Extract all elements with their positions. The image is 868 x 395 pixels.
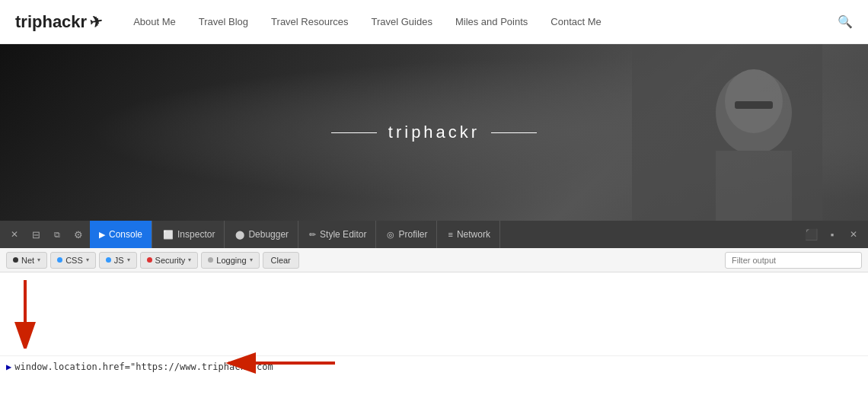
site-header: triphackr ✈ About Me Travel Blog Travel … — [0, 0, 868, 44]
tab-network-label: Network — [457, 229, 490, 240]
logo-text: triphackr — [15, 12, 87, 32]
js-chevron-icon: ▾ — [127, 256, 130, 263]
dock-bottom-icon[interactable]: ⬛ — [801, 225, 821, 244]
tab-style-editor[interactable]: ✏ Style Editor — [300, 221, 376, 248]
settings-icon[interactable]: ⚙ — [69, 225, 88, 244]
clear-button[interactable]: Clear — [263, 252, 299, 269]
logging-dot — [208, 257, 213, 263]
filter-css-button[interactable]: CSS ▾ — [50, 252, 96, 269]
hero-section: triphackr — [0, 44, 868, 221]
inspector-tab-icon: ⬜ — [163, 230, 174, 240]
console-command-line: ▶ window.location.href="https://www.trip… — [0, 355, 868, 377]
popout-icon[interactable]: ⧉ — [47, 225, 67, 244]
tab-network[interactable]: ≡ Network — [439, 221, 499, 248]
svg-rect-2 — [716, 151, 792, 221]
site-nav: About Me Travel Blog Travel Resources Tr… — [133, 14, 853, 29]
devtools-right-icons: ⬛ ▪ ✕ — [801, 225, 863, 244]
devtools-toolbar: ✕ ⊟ ⧉ ⚙ ▶ Console ⬜ Inspector ⬤ Debugger… — [0, 221, 868, 248]
filter-net-button[interactable]: Net ▾ — [6, 252, 47, 269]
dock-side-icon[interactable]: ▪ — [822, 225, 842, 244]
nav-contact-me[interactable]: Contact Me — [550, 16, 601, 27]
red-arrow-right — [221, 352, 343, 374]
tab-profiler[interactable]: ◎ Profiler — [378, 221, 437, 248]
nav-travel-blog[interactable]: Travel Blog — [199, 16, 248, 27]
security-dot — [147, 257, 152, 263]
red-arrow-down — [6, 280, 44, 349]
profiler-tab-icon: ◎ — [387, 230, 394, 240]
debugger-tab-icon: ⬤ — [235, 230, 244, 240]
tab-debugger-label: Debugger — [248, 229, 289, 240]
close-panel-icon[interactable]: ✕ — [844, 225, 863, 244]
filter-logging-label: Logging — [216, 256, 246, 265]
tab-console-label: Console — [109, 229, 142, 240]
tab-profiler-label: Profiler — [398, 229, 427, 240]
hero-line-right — [491, 132, 537, 133]
filter-security-button[interactable]: Security ▾ — [140, 252, 199, 269]
filter-output-input[interactable] — [725, 252, 862, 269]
tab-console[interactable]: ▶ Console — [90, 221, 152, 248]
filter-logging-button[interactable]: Logging ▾ — [201, 252, 259, 269]
search-icon[interactable]: 🔍 — [838, 14, 853, 29]
style-editor-tab-icon: ✏ — [309, 230, 316, 240]
css-chevron-icon: ▾ — [86, 256, 89, 263]
svg-rect-4 — [735, 101, 773, 109]
js-dot — [106, 257, 111, 263]
logging-chevron-icon: ▾ — [250, 256, 253, 263]
nav-miles-and-points[interactable]: Miles and Points — [455, 16, 528, 27]
filter-css-label: CSS — [65, 256, 83, 265]
close-devtools-icon[interactable]: ✕ — [5, 225, 24, 244]
filter-js-button[interactable]: JS ▾ — [99, 252, 137, 269]
hero-text: triphackr — [331, 123, 537, 142]
hero-title-text: triphackr — [388, 123, 480, 142]
filter-net-label: Net — [21, 256, 34, 265]
hero-person-silhouette — [632, 44, 822, 221]
net-dot — [13, 257, 18, 263]
site-logo[interactable]: triphackr ✈ — [15, 12, 103, 32]
nav-travel-resources[interactable]: Travel Resources — [271, 16, 348, 27]
tab-inspector-label: Inspector — [177, 229, 215, 240]
filter-js-label: JS — [114, 256, 124, 265]
tab-debugger[interactable]: ⬤ Debugger — [226, 221, 298, 248]
filter-security-label: Security — [155, 256, 186, 265]
nav-about-me[interactable]: About Me — [133, 16, 176, 27]
plane-icon: ✈ — [88, 11, 104, 32]
network-tab-icon: ≡ — [448, 230, 452, 239]
css-dot — [57, 257, 62, 263]
tab-style-editor-label: Style Editor — [320, 229, 366, 240]
tab-inspector[interactable]: ⬜ Inspector — [154, 221, 225, 248]
net-chevron-icon: ▾ — [37, 256, 40, 263]
security-chevron-icon: ▾ — [188, 256, 191, 263]
hero-title: triphackr — [331, 123, 537, 142]
split-pane-icon[interactable]: ⊟ — [26, 225, 46, 244]
console-output-area: ▶ window.location.href="https://www.trip… — [0, 272, 868, 377]
nav-travel-guides[interactable]: Travel Guides — [371, 16, 432, 27]
hero-line-left — [331, 132, 377, 133]
console-prompt-icon: ▶ — [6, 362, 11, 372]
console-tab-icon: ▶ — [99, 230, 105, 240]
console-filter-bar: Net ▾ CSS ▾ JS ▾ Security ▾ Logging ▾ Cl… — [0, 248, 868, 272]
